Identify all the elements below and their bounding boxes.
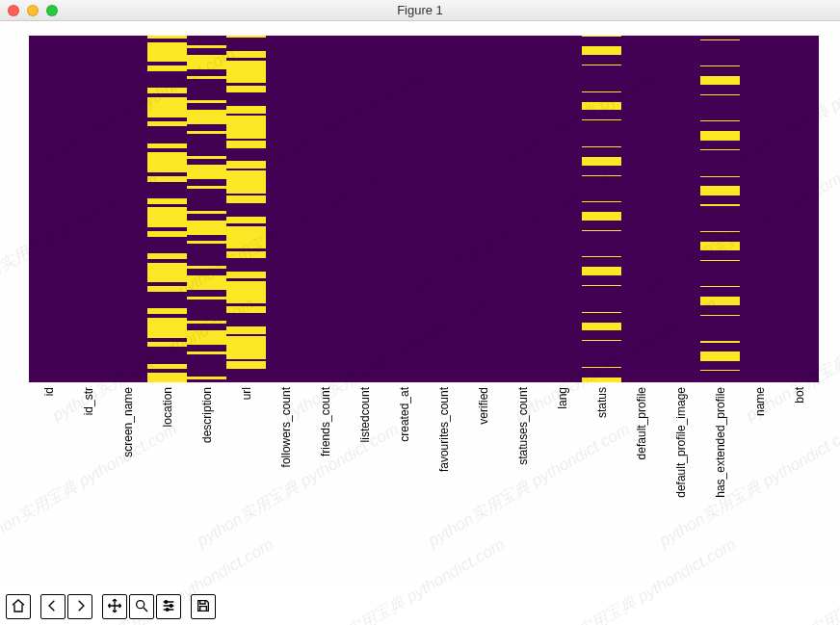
- minimize-button[interactable]: [27, 5, 39, 16]
- x-tick-label: lang: [556, 387, 569, 409]
- sliders-icon: [161, 598, 176, 616]
- home-icon: [11, 598, 26, 616]
- figure-canvas: idid_strscreen_namelocationdescriptionur…: [0, 21, 840, 586]
- svg-point-3: [166, 608, 169, 611]
- heatmap-plot: [29, 36, 819, 382]
- matplotlib-toolbar: [6, 594, 216, 619]
- svg-point-1: [165, 600, 168, 603]
- save-icon: [196, 598, 211, 616]
- svg-point-2: [170, 604, 172, 607]
- arrow-left-icon: [45, 598, 61, 616]
- move-icon: [107, 598, 122, 616]
- x-tick-label: created_at: [398, 387, 411, 442]
- x-tick-label: statuses_count: [516, 387, 530, 465]
- x-tick-label: bot: [793, 387, 806, 404]
- arrow-right-icon: [72, 598, 88, 616]
- x-tick-label: friends_count: [319, 387, 332, 456]
- back-button[interactable]: [40, 594, 66, 619]
- x-tick-label: default_profile_image: [674, 387, 688, 498]
- x-tick-label: description: [200, 387, 214, 443]
- configure-button[interactable]: [156, 594, 181, 619]
- x-tick-label: screen_name: [121, 387, 135, 457]
- x-tick-label: url: [240, 387, 253, 400]
- pan-button[interactable]: [102, 594, 127, 619]
- window-title: Figure 1: [0, 3, 840, 17]
- zoom-icon: [134, 598, 149, 616]
- watermark-text: python实用宝典 pythondict.com: [299, 534, 509, 625]
- traffic-lights: [8, 5, 58, 16]
- heatmap-row: [29, 381, 819, 382]
- svg-point-0: [137, 600, 144, 608]
- home-button[interactable]: [6, 594, 31, 619]
- x-tick-label: name: [753, 387, 767, 416]
- save-button[interactable]: [191, 594, 216, 619]
- x-tick-label: has_extended_profile: [714, 387, 727, 498]
- watermark-text: python实用宝典 pythondict.com: [530, 534, 740, 625]
- zoom-button[interactable]: [129, 594, 154, 619]
- x-tick-label: default_profile: [635, 387, 648, 459]
- maximize-button[interactable]: [46, 5, 58, 16]
- x-tick-label: favourites_count: [437, 387, 451, 472]
- window-titlebar: Figure 1: [0, 0, 840, 21]
- x-tick-label: verified: [477, 387, 490, 425]
- x-tick-label: followers_count: [279, 387, 293, 467]
- close-button[interactable]: [8, 5, 19, 16]
- forward-button[interactable]: [67, 594, 92, 619]
- watermark-text: python实用宝典 pythondict.com: [761, 534, 840, 625]
- x-tick-labels: idid_strscreen_namelocationdescriptionur…: [29, 387, 819, 532]
- x-tick-label: location: [161, 387, 174, 427]
- x-tick-label: listedcount: [358, 387, 372, 442]
- x-tick-label: id: [42, 387, 56, 396]
- x-tick-label: status: [595, 387, 609, 418]
- x-tick-label: id_str: [82, 387, 95, 415]
